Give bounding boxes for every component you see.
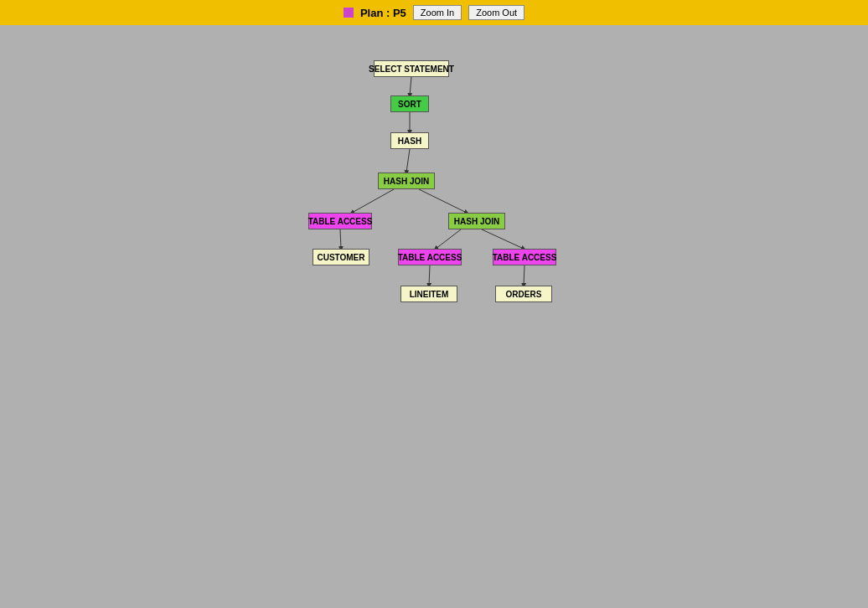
svg-line-9 — [524, 265, 524, 286]
node-hash-join-1[interactable]: HASH JOIN — [378, 173, 435, 189]
node-orders[interactable]: ORDERS — [495, 286, 552, 302]
svg-line-5 — [340, 229, 341, 249]
node-sort[interactable]: SORT — [390, 95, 429, 112]
plan-icon — [344, 8, 354, 18]
svg-line-7 — [482, 229, 524, 249]
svg-line-0 — [410, 77, 411, 95]
plan-label: Plan : P5 — [360, 7, 406, 19]
node-select-statement[interactable]: SELECT STATEMENT — [374, 60, 449, 77]
node-customer[interactable]: CUSTOMER — [313, 249, 369, 265]
query-plan-canvas: SELECT STATEMENT SORT HASH HASH JOIN TAB… — [0, 25, 868, 608]
svg-line-4 — [419, 189, 467, 213]
zoom-in-button[interactable]: Zoom In — [413, 5, 462, 20]
svg-line-8 — [429, 265, 430, 286]
node-hash[interactable]: HASH — [390, 132, 429, 149]
node-lineitem[interactable]: LINEITEM — [400, 286, 457, 302]
connector-lines — [0, 25, 868, 608]
header: Plan : P5 Zoom In Zoom Out — [0, 0, 868, 25]
zoom-out-button[interactable]: Zoom Out — [468, 5, 524, 20]
node-hash-join-2[interactable]: HASH JOIN — [448, 213, 505, 229]
node-table-access-1[interactable]: TABLE ACCESS — [308, 213, 372, 229]
node-table-access-2[interactable]: TABLE ACCESS — [398, 249, 462, 265]
svg-line-2 — [406, 149, 410, 173]
node-table-access-3[interactable]: TABLE ACCESS — [493, 249, 556, 265]
svg-line-3 — [352, 189, 394, 213]
svg-line-6 — [436, 229, 461, 249]
